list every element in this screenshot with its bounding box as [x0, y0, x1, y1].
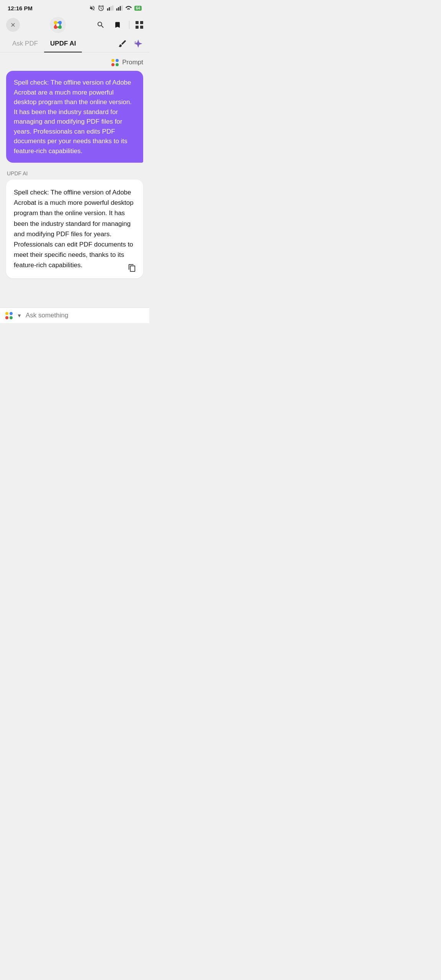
signal-icon-1	[107, 5, 114, 11]
grid-dot-1	[136, 21, 139, 24]
dot-red	[111, 63, 114, 66]
nav-divider	[129, 21, 129, 29]
chat-area: Prompt Spell check: The offline version …	[0, 52, 149, 296]
grid-dot-2	[140, 21, 143, 24]
sparkle-icon	[133, 39, 143, 49]
ai-section-label: UPDF AI	[6, 170, 143, 176]
bookmark-icon	[114, 21, 121, 29]
bottom-input-bar: ▼	[0, 307, 149, 323]
grid-dot-3	[136, 26, 139, 29]
clear-button[interactable]	[117, 38, 128, 49]
brush-icon	[118, 39, 127, 48]
grid-dot-4	[140, 26, 143, 29]
dot-green	[116, 63, 119, 66]
svg-point-12	[56, 23, 59, 26]
grid-button[interactable]	[136, 21, 143, 29]
input-dot-green	[10, 316, 13, 319]
tabs: Ask PDF UPDF AI	[6, 35, 82, 52]
copy-button[interactable]	[127, 263, 137, 273]
dot-blue	[116, 59, 119, 62]
copy-icon	[128, 264, 136, 272]
svg-rect-3	[112, 5, 113, 11]
wifi-icon	[125, 5, 132, 11]
svg-rect-2	[111, 6, 112, 11]
prompt-row: Prompt	[6, 59, 143, 66]
svg-rect-4	[116, 8, 118, 11]
ai-response-bubble: Spell check: The offline version of Adob…	[6, 180, 143, 278]
top-nav	[0, 15, 149, 35]
mute-icon	[89, 5, 95, 11]
bookmark-button[interactable]	[112, 20, 123, 30]
chat-spacer	[0, 296, 149, 307]
input-dot-yellow	[5, 312, 8, 315]
nav-right-icons	[95, 20, 143, 30]
ai-sparkle-button[interactable]	[133, 39, 143, 49]
input-dot-red	[5, 316, 8, 319]
svg-rect-5	[118, 7, 119, 11]
close-button[interactable]	[6, 18, 20, 32]
status-icons: 64	[89, 5, 142, 11]
input-chevron-button[interactable]: ▼	[17, 313, 22, 318]
input-dot-blue	[10, 312, 13, 315]
user-message-bubble: Spell check: The offline version of Adob…	[6, 71, 143, 163]
alarm-icon	[98, 5, 105, 11]
search-icon	[96, 21, 105, 29]
dot-yellow	[111, 59, 114, 62]
svg-rect-6	[120, 6, 121, 11]
prompt-dots	[111, 59, 119, 66]
tab-bar: Ask PDF UPDF AI	[0, 35, 149, 52]
status-bar: 12:16 PM 64	[0, 0, 149, 15]
input-dots	[5, 312, 13, 319]
search-button[interactable]	[95, 20, 106, 30]
ai-response-text: Spell check: The offline version of Adob…	[14, 189, 134, 269]
svg-rect-7	[121, 5, 122, 11]
tab-updf-ai[interactable]: UPDF AI	[44, 35, 82, 52]
ask-input[interactable]	[26, 312, 144, 319]
tab-actions	[117, 38, 143, 49]
signal-icon-2	[116, 5, 123, 11]
app-logo	[50, 17, 66, 33]
svg-rect-1	[109, 7, 110, 11]
tab-ask-pdf[interactable]: Ask PDF	[6, 35, 44, 52]
prompt-label: Prompt	[122, 59, 143, 66]
user-message-text: Spell check: The offline version of Adob…	[14, 79, 132, 155]
status-time: 12:16 PM	[8, 5, 33, 11]
updf-logo-icon	[52, 20, 63, 30]
close-icon	[10, 22, 16, 28]
battery-icon: 64	[134, 6, 142, 11]
svg-rect-0	[107, 8, 108, 11]
